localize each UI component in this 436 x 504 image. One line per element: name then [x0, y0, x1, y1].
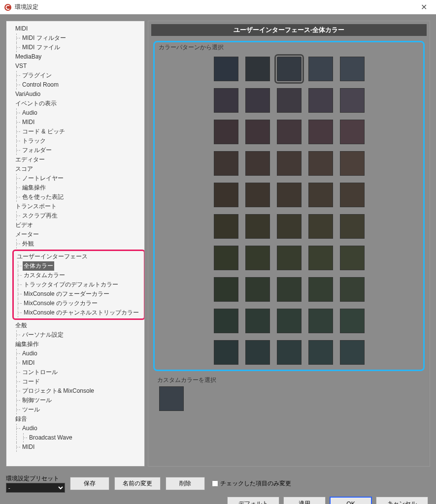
color-swatch[interactable]: [308, 214, 333, 239]
color-swatch[interactable]: [340, 214, 365, 239]
color-swatch[interactable]: [214, 57, 238, 81]
tree-event-display[interactable]: イベントの表示: [14, 99, 58, 108]
color-swatch[interactable]: [308, 277, 333, 302]
color-swatch[interactable]: [340, 151, 365, 176]
color-swatch[interactable]: [214, 214, 238, 239]
tree-transport[interactable]: トランスポート: [14, 202, 58, 211]
tree-mediabay[interactable]: MediaBay: [14, 52, 42, 62]
color-swatch[interactable]: [308, 183, 333, 207]
color-swatch[interactable]: [245, 246, 270, 270]
tree-score[interactable]: スコア: [14, 164, 34, 174]
color-swatch[interactable]: [214, 340, 238, 365]
tree-vst[interactable]: VST: [14, 62, 28, 71]
tree-eo-proj[interactable]: プロジェクト& MixConsole: [21, 386, 95, 396]
tree-midi-filter[interactable]: MIDI フィルター: [21, 33, 67, 43]
color-swatch[interactable]: [214, 88, 238, 113]
only-checked-checkbox[interactable]: [212, 480, 218, 487]
color-swatch[interactable]: [214, 246, 238, 270]
color-swatch[interactable]: [340, 183, 365, 207]
tree-ui-global[interactable]: 全体カラー: [23, 261, 54, 271]
tree-ev-folder[interactable]: フォルダー: [21, 146, 53, 155]
tree-editor[interactable]: エディター: [14, 155, 46, 164]
color-swatch[interactable]: [277, 120, 302, 144]
cancel-button[interactable]: キャンセル: [376, 497, 428, 504]
tree-video[interactable]: ビデオ: [14, 220, 34, 230]
save-button[interactable]: 保存: [70, 477, 109, 490]
tree-ev-track[interactable]: トラック: [21, 136, 47, 146]
tree-ui[interactable]: ユーザーインターフェース: [16, 252, 89, 261]
color-swatch[interactable]: [214, 120, 238, 144]
tree-ev-chord[interactable]: コード & ピッチ: [21, 127, 66, 136]
ok-button[interactable]: OK: [330, 497, 372, 504]
default-button[interactable]: デフォルト: [227, 497, 279, 504]
color-swatch[interactable]: [277, 340, 302, 365]
tree-rec-audio[interactable]: Audio: [21, 424, 38, 433]
color-swatch[interactable]: [214, 309, 238, 333]
color-swatch[interactable]: [245, 88, 270, 113]
only-checked-label[interactable]: チェックした項目のみ変更: [212, 479, 291, 488]
rename-button[interactable]: 名前の変更: [114, 477, 161, 490]
tree-ui-tracktype[interactable]: トラックタイプのデフォルトカラー: [23, 280, 119, 289]
color-swatch[interactable]: [214, 183, 238, 207]
color-swatch[interactable]: [245, 120, 270, 144]
color-swatch[interactable]: [308, 57, 333, 81]
tree-ev-midi[interactable]: MIDI: [21, 118, 35, 127]
color-swatch[interactable]: [277, 151, 302, 176]
tree-eo-tools[interactable]: ツール: [21, 405, 41, 414]
color-swatch[interactable]: [340, 120, 365, 144]
tree-ui-custom[interactable]: カスタムカラー: [23, 271, 66, 280]
tree-record[interactable]: 録音: [14, 414, 28, 424]
color-swatch[interactable]: [340, 57, 365, 81]
tree-score-editop[interactable]: 編集操作: [21, 183, 47, 192]
tree-eo-chord[interactable]: コード: [21, 377, 41, 386]
color-swatch[interactable]: [277, 246, 302, 270]
tree-meter[interactable]: メーター: [14, 230, 40, 239]
tree-ui-mixstrip[interactable]: MixConsole のチャンネルストリップカラー: [23, 308, 140, 317]
tree-control-room[interactable]: Control Room: [21, 80, 60, 90]
tree-rec-midi[interactable]: MIDI: [21, 442, 35, 452]
tree-score-colornote[interactable]: 色を使った表記: [21, 192, 65, 202]
color-swatch[interactable]: [277, 277, 302, 302]
color-swatch[interactable]: [308, 120, 333, 144]
color-swatch[interactable]: [277, 309, 302, 333]
tree-eo-audio[interactable]: Audio: [21, 349, 38, 358]
tree-meter-appearance[interactable]: 外観: [21, 239, 35, 249]
color-swatch[interactable]: [245, 277, 270, 302]
color-swatch[interactable]: [245, 151, 270, 176]
tree-eo-control[interactable]: コントロール: [21, 368, 59, 377]
tree-eo-midi[interactable]: MIDI: [21, 358, 35, 368]
tree-ui-mixfader[interactable]: MixConsole のフェーダーカラー: [23, 289, 110, 299]
color-swatch[interactable]: [245, 183, 270, 207]
tree-plugin[interactable]: プラグイン: [21, 71, 53, 80]
delete-button[interactable]: 削除: [166, 477, 205, 490]
color-swatch[interactable]: [308, 88, 333, 113]
color-swatch[interactable]: [308, 340, 333, 365]
tree-personal[interactable]: パーソナル設定: [21, 330, 65, 340]
color-swatch[interactable]: [245, 214, 270, 239]
color-swatch[interactable]: [308, 309, 333, 333]
tree-editop[interactable]: 編集操作: [14, 340, 40, 349]
custom-color-swatch[interactable]: [159, 386, 184, 411]
color-swatch[interactable]: [308, 246, 333, 270]
tree-scrub[interactable]: スクラブ再生: [21, 211, 59, 220]
tree-ui-mixrack[interactable]: MixConsole のラックカラー: [23, 299, 99, 308]
color-swatch[interactable]: [340, 277, 365, 302]
tree-score-notelayer[interactable]: ノートレイヤー: [21, 174, 65, 183]
tree-general[interactable]: 全般: [14, 321, 28, 330]
color-swatch[interactable]: [340, 88, 365, 113]
color-swatch[interactable]: [277, 57, 302, 81]
tree-midi[interactable]: MIDI: [14, 24, 29, 33]
tree-midi-file[interactable]: MIDI ファイル: [21, 43, 61, 52]
color-swatch[interactable]: [340, 340, 365, 365]
tree-ev-audio[interactable]: Audio: [21, 108, 38, 118]
color-swatch[interactable]: [340, 246, 365, 270]
color-swatch[interactable]: [340, 309, 365, 333]
apply-button[interactable]: 適用: [283, 497, 326, 504]
color-swatch[interactable]: [277, 183, 302, 207]
color-swatch[interactable]: [277, 214, 302, 239]
color-swatch[interactable]: [214, 151, 238, 176]
preset-select[interactable]: -: [6, 483, 65, 493]
close-icon[interactable]: ✕: [416, 2, 432, 12]
tree-rec-bwave[interactable]: Broadcast Wave: [28, 433, 73, 442]
color-swatch[interactable]: [308, 151, 333, 176]
